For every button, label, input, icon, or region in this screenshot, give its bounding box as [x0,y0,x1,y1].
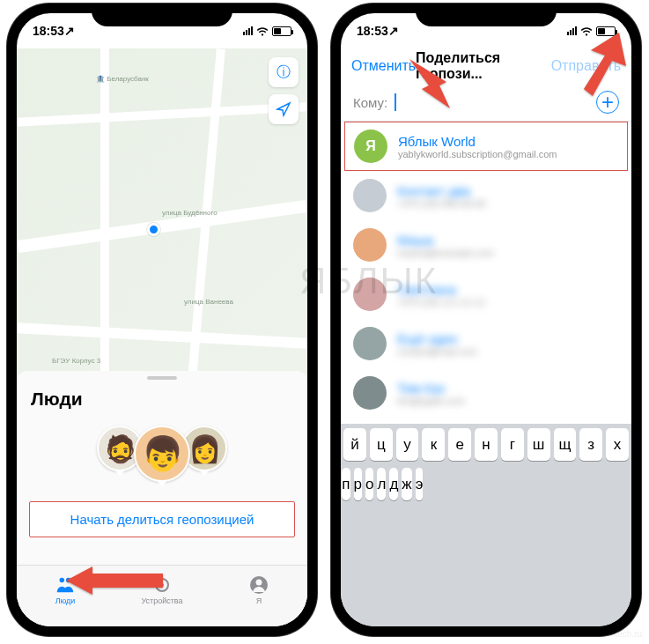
svg-point-5 [256,579,262,585]
key-к[interactable]: к [422,428,445,461]
key-р[interactable]: р [354,468,362,500]
memoji-2: 👦 [134,426,190,482]
contact-row[interactable]: Ещё один contact@mail.com [341,319,631,368]
avatar [353,228,387,262]
avatar [353,179,387,212]
battery-icon [272,26,291,36]
contact-name: Контакт два [397,183,619,198]
contact-name: Маша [397,233,619,248]
svg-marker-6 [66,566,163,595]
contact-name: Яблык World [398,134,618,149]
avatar [353,327,387,360]
tab-me[interactable]: Я [210,566,307,614]
key-о[interactable]: о [365,468,373,500]
contact-sub: +375 (29) 000-00-00 [397,198,619,209]
svg-point-0 [60,577,65,582]
key-у[interactable]: у [396,428,419,461]
svg-marker-7 [409,59,450,108]
phone-left: 18:53↗ 🏦 Беларусбанк улица Будённого ули… [7,4,317,636]
current-location-dot [147,223,160,236]
phone-right: 18:53↗ Отменить Поделиться геопози... От… [331,4,641,636]
key-ж[interactable]: ж [402,468,411,500]
annotation-arrow-to [409,59,471,115]
memoji-group: 🧔 👦 👩 [17,420,307,501]
key-г[interactable]: г [501,428,524,461]
contact-row[interactable]: Светлана +375 (29) 111-11-11 [341,270,631,319]
key-й[interactable]: й [343,428,366,461]
key-з[interactable]: з [579,428,602,461]
wifi-icon [256,26,269,36]
avatar [353,278,387,311]
key-п[interactable]: п [342,468,350,500]
contact-sub: contact@mail.com [397,346,619,357]
key-х[interactable]: х [606,428,629,461]
key-д[interactable]: д [389,468,398,500]
tab-label: Я [256,596,262,605]
map-view[interactable]: 🏦 Беларусбанк улица Будённого улица Ване… [17,48,307,389]
person-icon [248,575,269,595]
key-э[interactable]: э [416,468,424,500]
status-icons [243,26,291,36]
avatar: Я [354,130,387,163]
annotation-arrow-add [564,33,626,105]
contact-sub: yablykworld.subscription@gmail.com [398,149,618,159]
contact-list: Я Яблык World yablykworld.subscription@g… [341,122,631,418]
key-ц[interactable]: ц [370,428,393,461]
contact-row[interactable]: Тим Кук tim@apple.com [341,368,631,418]
map-poi-bank: 🏦 Беларусбанк [96,75,149,83]
contact-row[interactable]: Я Яблык World yablykworld.subscription@g… [344,122,628,171]
text-cursor [395,93,396,111]
map-poi-uni: БГЭУ Корпус 3 [52,357,100,365]
sheet-title: Люди [17,385,307,420]
screen-left: 18:53↗ 🏦 Беларусбанк улица Будённого ули… [17,13,307,626]
avatar [353,376,387,410]
keyboard[interactable]: йцукенгшщзх фывапролджэ ⇧ячсмитьбю⌫ 123☺… [341,424,631,626]
contact-name: Светлана [397,282,619,297]
key-л[interactable]: л [377,468,386,500]
map-street-1: улица Будённого [162,209,218,217]
notch [92,4,232,26]
start-sharing-button[interactable]: Начать делиться геопозицией [29,501,295,537]
key-е[interactable]: е [448,428,471,461]
cancel-button[interactable]: Отменить [351,58,416,74]
key-щ[interactable]: щ [554,428,577,461]
map-street-2: улица Ванеева [184,298,233,306]
status-time: 18:53↗ [357,24,399,38]
map-info-button[interactable]: ⓘ [269,57,299,87]
contact-sub: masha@example.com [397,248,619,258]
contact-sub: +375 (29) 111-11-11 [397,297,619,307]
map-locate-button[interactable] [269,94,299,124]
contact-sub: tim@apple.com [397,396,619,406]
svg-marker-8 [584,33,626,96]
sheet-handle[interactable] [147,376,177,380]
key-н[interactable]: н [475,428,498,461]
to-label: Кому: [353,95,387,110]
key-ш[interactable]: ш [527,428,550,461]
contact-name: Ещё один [397,331,619,346]
screen-right: 18:53↗ Отменить Поделиться геопози... От… [341,13,631,626]
contact-name: Тим Кук [397,381,619,396]
signal-icon [243,26,253,35]
notch [416,4,557,26]
status-time: 18:53↗ [33,24,75,38]
contact-row[interactable]: Контакт два +375 (29) 000-00-00 [341,171,631,220]
annotation-arrow-tabs [66,561,163,603]
contact-row[interactable]: Маша masha@example.com [341,220,631,270]
